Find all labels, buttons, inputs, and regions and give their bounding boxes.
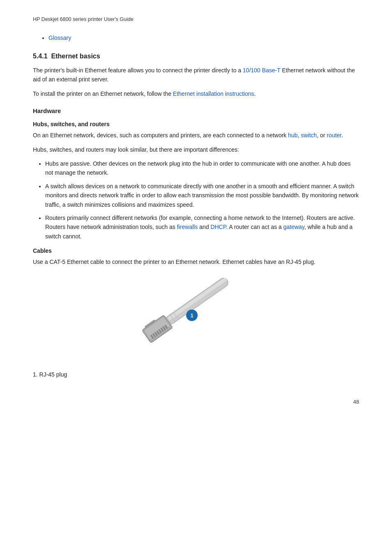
- link-firewalls[interactable]: firewalls: [177, 224, 198, 230]
- hubs-heading: Hubs, switches, and routers: [33, 121, 359, 127]
- link-switch[interactable]: switch: [301, 132, 317, 139]
- link-ethernet-installation[interactable]: Ethernet installation instructions: [173, 90, 254, 97]
- link-hub[interactable]: hub: [288, 132, 297, 139]
- cable-diagram: 1: [138, 276, 254, 367]
- intro-para-2: To install the printer on an Ethernet ne…: [33, 89, 359, 98]
- cables-heading: Cables: [33, 247, 359, 254]
- svg-text:1: 1: [190, 312, 193, 319]
- bullet-2: A switch allows devices on a network to …: [45, 182, 359, 209]
- hubs-intro-para: On an Ethernet network, devices, such as…: [33, 131, 359, 140]
- bullet-3: Routers primarily connect different netw…: [45, 213, 359, 241]
- page-container: HP Deskjet 6800 series printer User's Gu…: [0, 0, 392, 417]
- link-dhcp[interactable]: DHCP: [210, 224, 226, 230]
- glossary-section: Glossary: [33, 35, 359, 41]
- hardware-heading: Hardware: [33, 107, 359, 114]
- page-number: 48: [353, 399, 359, 405]
- bullet-1: Hubs are passive. Other devices on the n…: [45, 159, 359, 178]
- link-10100[interactable]: 10/100 Base-T: [243, 67, 281, 74]
- breadcrumb: HP Deskjet 6800 series printer User's Gu…: [33, 16, 359, 22]
- cable-image-section: 1 1. RJ-45 plug: [33, 276, 359, 384]
- link-router[interactable]: router: [327, 132, 341, 139]
- cable-caption: 1. RJ-45 plug: [33, 370, 67, 379]
- bullets-list: Hubs are passive. Other devices on the n…: [33, 159, 359, 241]
- section-heading: 5.4.1 Ethernet basics: [33, 53, 359, 60]
- link-gateway[interactable]: gateway: [284, 224, 304, 230]
- cables-para: Use a CAT-5 Ethernet cable to connect th…: [33, 257, 359, 266]
- hubs-diff-para: Hubs, switches, and routers may look sim…: [33, 145, 359, 154]
- intro-para-1: The printer's built-in Ethernet feature …: [33, 66, 359, 84]
- glossary-link[interactable]: Glossary: [48, 35, 71, 41]
- glossary-list-item: Glossary: [48, 35, 359, 41]
